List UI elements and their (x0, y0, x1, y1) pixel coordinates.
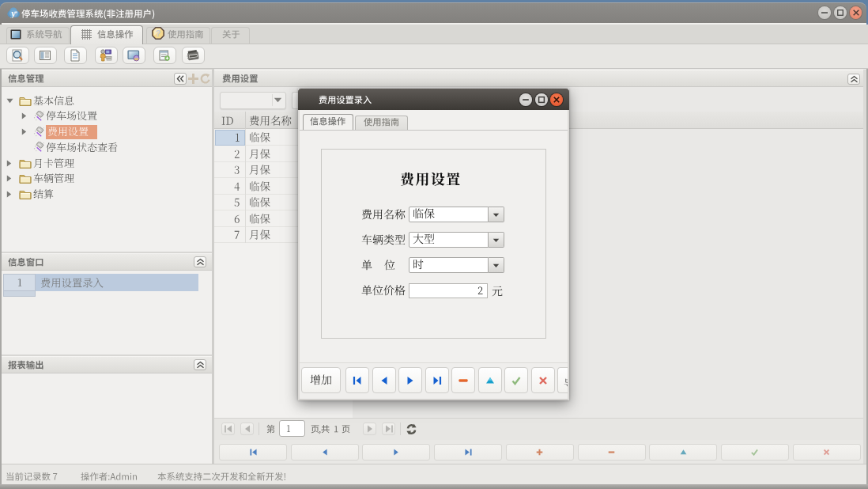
svg-text:?: ? (156, 28, 161, 38)
